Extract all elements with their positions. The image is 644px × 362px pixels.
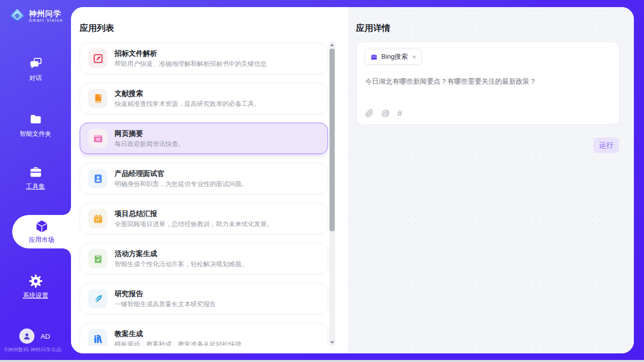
app-detail-title: 应用详情 <box>356 22 390 34</box>
app-card[interactable]: 网页摘要 每日政府新闻资讯快查。 <box>80 123 328 154</box>
app-card[interactable]: 招标文件解析 帮助用户快速、准确地理解和解析招标书中的关键信息 <box>80 43 328 74</box>
app-icon <box>88 209 108 228</box>
main-content: 应用列表 招标文件解析 帮助用户快速、准确地理解和解析招标书中的关键信息 文献搜… <box>71 7 634 353</box>
app-card[interactable]: 项目总结汇报 全面回顾项目进展，总结经验教训，助力未来优化发展。 <box>80 203 328 234</box>
brand-name: 神州问学 <box>29 9 63 18</box>
app-title: 网页摘要 <box>115 129 185 138</box>
brand-logo: 神州问学 Smart Vision <box>9 8 63 24</box>
triangle-down-icon <box>330 341 334 344</box>
app-list-title: 应用列表 <box>80 22 114 34</box>
app-icon <box>88 329 108 346</box>
bottom-edge-line <box>0 360 644 362</box>
app-card-list: 招标文件解析 帮助用户快速、准确地理解和解析招标书中的关键信息 文献搜索 快速精… <box>80 43 328 346</box>
run-button[interactable]: 运行 <box>593 137 619 153</box>
app-card[interactable]: 产品经理面试官 明确身份和职责，为您提供专业性的面试问题。 <box>80 163 328 194</box>
input-toolbar: @# <box>365 109 402 118</box>
clipboard-check-icon <box>93 254 103 264</box>
calendar-icon <box>93 213 103 224</box>
scroll-up-button[interactable] <box>329 42 335 48</box>
person-icon <box>22 332 31 341</box>
copyright-footer: ©神州数码·神州问学出品 <box>4 346 70 353</box>
sidebar-item-settings[interactable]: 系统设置 <box>0 274 71 300</box>
app-icon <box>88 49 108 68</box>
app-card[interactable]: 教案生成 模板驱动，教案秒成，教学准备从此轻松快捷 <box>80 323 328 346</box>
diamond-logo-icon <box>9 8 25 24</box>
app-desc: 帮助用户快速、准确地理解和解析招标书中的关键信息 <box>115 60 267 68</box>
scrollbar[interactable] <box>329 42 335 346</box>
sidebar-item-toolset[interactable]: 工具集 <box>0 165 71 191</box>
app-title: 活动方案生成 <box>115 249 248 258</box>
app-title: 教案生成 <box>115 329 241 338</box>
toolbox-icon <box>29 165 43 179</box>
sidebar-item-app-market[interactable]: 应用市场 <box>12 215 71 248</box>
app-desc: 快速精准查找学术资源，提高研究效率的必备工具。 <box>115 100 261 108</box>
app-detail-panel: 应用详情 Bing搜索 × 今日湖北有哪些新闻要点？有哪些需要关注的最新政策？ … <box>348 7 634 353</box>
app-card[interactable]: 活动方案生成 智能生成个性化活动方案，轻松解决规划难题。 <box>80 243 328 274</box>
quill-icon <box>93 294 103 304</box>
user-label: AD <box>41 333 50 340</box>
prompt-input-card[interactable]: Bing搜索 × 今日湖北有哪些新闻要点？有哪些需要关注的最新政策？ @# <box>356 42 620 125</box>
app-icon <box>88 249 108 268</box>
briefcase-icon <box>370 53 378 61</box>
app-title: 项目总结汇报 <box>115 209 273 218</box>
app-desc: 明确身份和职责，为您提供专业性的面试问题。 <box>115 180 248 188</box>
app-desc: 每日政府新闻资讯快查。 <box>115 140 185 148</box>
triangle-up-icon <box>330 44 334 46</box>
app-title: 文献搜索 <box>115 89 261 98</box>
app-desc: 模板驱动，教案秒成，教学准备从此轻松快捷 <box>115 340 241 346</box>
resume-icon <box>93 173 103 184</box>
cube-icon <box>35 220 49 233</box>
user-profile[interactable]: AD <box>19 329 50 344</box>
books-icon <box>93 334 103 344</box>
web-code-icon <box>93 133 103 144</box>
app-title: 产品经理面试官 <box>115 169 248 178</box>
sidebar: 神州问学 Smart Vision 对话 智能文件夹 工具集 应用市场 系统设置… <box>0 0 71 360</box>
app-window: 神州问学 Smart Vision 对话 智能文件夹 工具集 应用市场 系统设置… <box>0 0 644 362</box>
app-desc: 全面回顾项目进展，总结经验教训，助力未来优化发展。 <box>115 220 273 228</box>
gear-icon <box>29 274 43 288</box>
app-title: 研究报告 <box>115 289 216 298</box>
tool-tag-bing-search[interactable]: Bing搜索 × <box>365 49 422 65</box>
hash-icon[interactable]: # <box>398 109 402 118</box>
app-icon <box>88 89 108 108</box>
folder-icon <box>29 113 43 126</box>
close-icon[interactable]: × <box>412 54 416 60</box>
app-desc: 一键智能生成高质量长文本研究报告 <box>115 300 216 308</box>
app-desc: 智能生成个性化活动方案，轻松解决规划难题。 <box>115 260 248 268</box>
scrollbar-thumb[interactable] <box>330 49 335 231</box>
attachment-icon[interactable] <box>365 109 374 118</box>
chat-icon <box>29 57 43 70</box>
brand-subtitle: Smart Vision <box>29 18 63 23</box>
mention-icon[interactable]: @ <box>381 109 390 118</box>
app-card[interactable]: 研究报告 一键智能生成高质量长文本研究报告 <box>80 283 328 314</box>
app-icon <box>88 289 108 308</box>
scroll-down-button[interactable] <box>329 339 335 346</box>
tool-tag-label: Bing搜索 <box>381 52 408 61</box>
app-title: 招标文件解析 <box>115 49 267 58</box>
query-input[interactable]: 今日湖北有哪些新闻要点？有哪些需要关注的最新政策？ <box>365 77 611 86</box>
app-icon <box>88 169 108 188</box>
app-card[interactable]: 文献搜索 快速精准查找学术资源，提高研究效率的必备工具。 <box>80 83 328 114</box>
avatar[interactable] <box>19 329 34 344</box>
app-icon <box>88 129 108 148</box>
edit-doc-icon <box>93 53 103 64</box>
app-list-panel: 应用列表 招标文件解析 帮助用户快速、准确地理解和解析招标书中的关键信息 文献搜… <box>71 7 348 353</box>
sidebar-item-smart-folders[interactable]: 智能文件夹 <box>0 113 71 138</box>
sidebar-item-chat[interactable]: 对话 <box>0 57 71 83</box>
book-icon <box>93 93 103 104</box>
